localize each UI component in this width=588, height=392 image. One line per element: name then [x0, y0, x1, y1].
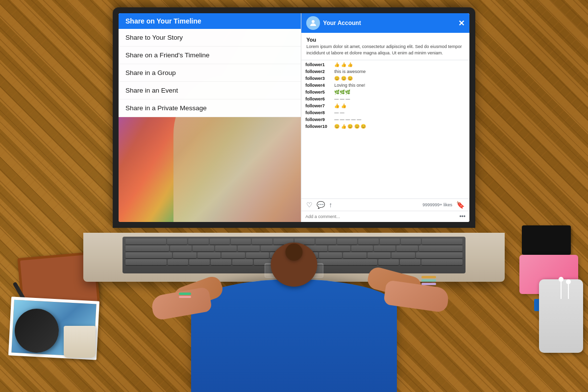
- key: [168, 259, 188, 265]
- commenter-username: follower2: [305, 69, 332, 74]
- comment-text: 🌿🌿🌿: [334, 90, 466, 95]
- key: [125, 239, 166, 245]
- key: [170, 245, 192, 251]
- key: [232, 259, 253, 265]
- key: [221, 252, 245, 258]
- comment-row: follower7 👍 👍: [305, 103, 466, 108]
- share-to-story-item[interactable]: Share to Your Story: [119, 29, 301, 47]
- likes-count: 9999999+ likes: [422, 202, 452, 207]
- svg-point-0: [312, 20, 315, 23]
- comment-row: follower5 🌿🌿🌿: [305, 90, 466, 95]
- share-icon[interactable]: ↑: [329, 201, 332, 209]
- key: [319, 252, 343, 258]
- comment-text: 👍 👍: [334, 103, 466, 108]
- key: [374, 245, 395, 251]
- key: [422, 239, 463, 245]
- key: [231, 239, 251, 245]
- save-icon[interactable]: 🔖: [456, 201, 465, 209]
- comment-text: — — —: [334, 97, 466, 101]
- key: [351, 245, 373, 251]
- hair-bun: [286, 244, 303, 261]
- comment-row: follower2 this is awesome: [305, 69, 466, 74]
- share-menu-header: Share on Your Timeline: [119, 13, 301, 29]
- key: [380, 239, 400, 245]
- key: [419, 245, 463, 251]
- key: [167, 239, 187, 245]
- key: [358, 239, 378, 245]
- commenter-username: follower10: [305, 124, 332, 129]
- post-header-left: Your Account: [306, 16, 361, 30]
- share-panel: Share on Your Timeline Share to Your Sto…: [119, 13, 301, 222]
- commenter-username: follower7: [305, 103, 332, 108]
- comments-section[interactable]: follower1 👍 👍 👍 follower2 this is awesom…: [301, 60, 469, 198]
- post-body-text: Lorem ipsum dolor sit amet, consectetur …: [306, 44, 465, 56]
- key: [246, 252, 270, 258]
- comment-row: follower3 😊 😊 😊: [305, 76, 466, 81]
- person-body: [191, 279, 397, 392]
- post-panel: Your Account ✕ You Lorem ipsum dolor sit…: [301, 13, 469, 222]
- bracelet-pink: [179, 296, 191, 298]
- comment-row: follower9 — — — — —: [305, 117, 466, 122]
- post-actions: ♡ 💬 ↑ 9999999+ likes 🔖: [301, 198, 469, 211]
- comment-row: follower4 Loving this one!: [305, 83, 466, 88]
- share-menu-header-text: Share on Your Timeline: [125, 17, 201, 25]
- commenter-username: follower3: [305, 76, 332, 81]
- post-content: You Lorem ipsum dolor sit amet, consecte…: [301, 33, 469, 60]
- key: [252, 239, 272, 245]
- share-event-item[interactable]: Share in an Event: [119, 82, 301, 99]
- commenter-username: follower6: [305, 97, 332, 101]
- comment-text: 👍 👍 👍: [334, 62, 466, 67]
- key: [421, 259, 463, 265]
- key: [337, 239, 357, 245]
- close-button[interactable]: ✕: [458, 19, 465, 28]
- share-menu: Share on Your Timeline Share to Your Sto…: [119, 13, 301, 117]
- key: [368, 252, 391, 258]
- share-private-message-item[interactable]: Share in a Private Message: [119, 99, 301, 117]
- key: [173, 252, 196, 258]
- key: [125, 259, 167, 265]
- key: [210, 239, 230, 245]
- key: [197, 252, 221, 258]
- comment-row: follower8 — —: [305, 110, 466, 115]
- coffee-mug: [64, 326, 96, 358]
- share-friend-timeline-item[interactable]: Share on a Friend's Timeline: [119, 47, 301, 64]
- share-group-item[interactable]: Share in a Group: [119, 64, 301, 82]
- post-username: You: [306, 37, 465, 43]
- comment-text: — — — — —: [334, 117, 466, 122]
- comment-text: — —: [334, 110, 466, 115]
- account-title: Your Account: [323, 20, 361, 26]
- commenter-username: follower5: [305, 90, 332, 95]
- tea-kettle: [15, 309, 59, 353]
- key: [238, 245, 259, 251]
- more-options-icon[interactable]: •••: [459, 213, 466, 220]
- key: [401, 239, 421, 245]
- bracelet-purple: [421, 283, 436, 285]
- post-header: Your Account ✕: [301, 13, 469, 33]
- key: [211, 259, 231, 265]
- comment-row: follower10 😊 👍 😊 😊 😊: [305, 124, 466, 129]
- comment-text: this is awesome: [334, 69, 466, 74]
- key: [188, 239, 208, 245]
- comment-icon[interactable]: 💬: [317, 201, 325, 209]
- bracelet-gold: [421, 276, 436, 278]
- key: [343, 252, 367, 258]
- laptop: Share on Your Timeline Share to Your Sto…: [83, 0, 505, 284]
- left-bracelet-group: [179, 293, 191, 298]
- black-device: [522, 225, 571, 255]
- comment-row: follower6 — — —: [305, 97, 466, 101]
- commenter-username: follower9: [305, 117, 332, 122]
- comment-text: Loving this one!: [334, 83, 466, 88]
- comment-text: 😊 😊 😊: [334, 76, 466, 81]
- comment-input-area[interactable]: •••: [301, 211, 469, 222]
- bracelet-green: [179, 293, 191, 295]
- comment-text: 😊 👍 😊 😊 😊: [334, 124, 466, 129]
- key: [193, 245, 214, 251]
- commenter-username: follower4: [305, 83, 332, 88]
- comment-row: follower1 👍 👍 👍: [305, 62, 466, 67]
- like-icon[interactable]: ♡: [306, 201, 313, 209]
- key: [316, 239, 336, 245]
- laptop-screen[interactable]: Share on Your Timeline Share to Your Sto…: [119, 13, 469, 222]
- bracelet-teal: [421, 279, 436, 282]
- comment-input[interactable]: [305, 214, 457, 219]
- key: [328, 245, 350, 251]
